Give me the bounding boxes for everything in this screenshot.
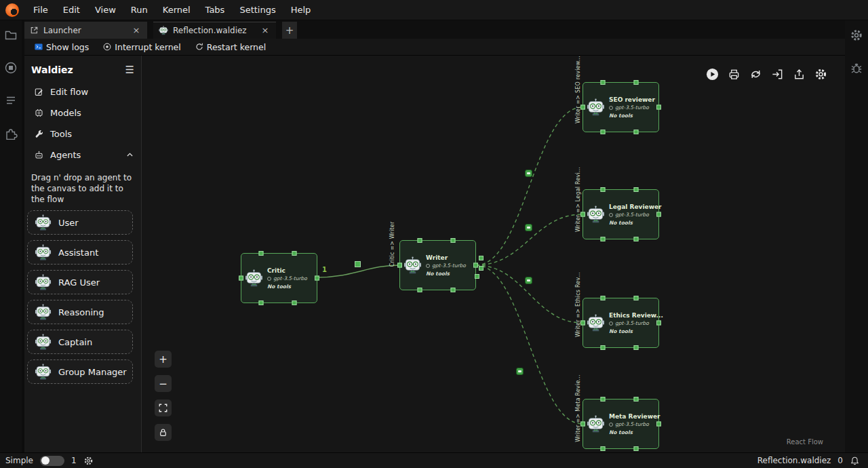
running-kernels-icon[interactable] — [4, 61, 18, 75]
connection-handle[interactable] — [417, 288, 422, 292]
edge-writer-legal[interactable] — [476, 214, 583, 265]
connection-handle[interactable] — [473, 263, 478, 268]
zoom-out-button[interactable]: − — [155, 375, 172, 392]
connection-handle[interactable] — [633, 80, 638, 85]
property-inspector-gear-icon[interactable] — [850, 28, 863, 42]
connection-handle[interactable] — [397, 263, 402, 268]
connection-handle[interactable] — [479, 266, 484, 271]
show-logs-button[interactable]: Show logs — [28, 39, 94, 55]
close-tab-icon[interactable]: × — [260, 25, 271, 36]
file-browser-icon[interactable] — [4, 28, 18, 42]
connection-handle[interactable] — [600, 446, 605, 451]
menu-kernel[interactable]: Kernel — [155, 0, 198, 20]
connection-handle[interactable] — [479, 256, 484, 260]
flow-canvas[interactable]: 1 Critic => Writer Writer => SEO review.… — [142, 56, 845, 452]
connection-handle[interactable] — [600, 130, 605, 134]
edge-writer-ethics[interactable] — [476, 265, 583, 323]
app-logo-icon[interactable] — [5, 3, 19, 17]
tab-reflection-waldiez[interactable]: Reflection.waldiez × — [153, 22, 276, 39]
close-tab-icon[interactable]: × — [131, 25, 142, 36]
connection-handle[interactable] — [450, 238, 455, 243]
edge-label-writer-legal[interactable]: Writer => Legal Revi... — [575, 167, 581, 232]
zoom-in-button[interactable]: + — [155, 351, 172, 368]
settings-gear-icon[interactable] — [814, 68, 827, 81]
statusbar-filename[interactable]: Reflection.waldiez — [757, 456, 831, 465]
agent-node-meta-reviewer[interactable]: Meta Reviewer gpt-3.5-turbo No tools — [583, 399, 659, 449]
nested-chat-icon[interactable] — [516, 368, 524, 375]
connection-handle[interactable] — [258, 300, 263, 305]
connection-handle[interactable] — [633, 397, 638, 402]
edge-label-critic-writer[interactable]: Critic => Writer — [389, 222, 395, 267]
connection-handle[interactable] — [580, 212, 585, 217]
menu-tabs[interactable]: Tabs — [198, 0, 233, 20]
nested-chat-icon[interactable] — [525, 170, 532, 177]
connection-handle[interactable] — [600, 80, 605, 85]
menu-edit[interactable]: Edit — [56, 0, 87, 20]
edge-label-writer-meta[interactable]: Writer => Meta Revie... — [575, 374, 581, 442]
edge-writer-meta[interactable] — [476, 265, 583, 424]
react-flow-attribution[interactable]: React Flow — [787, 438, 823, 446]
sidebar-item-tools[interactable]: Tools — [24, 123, 141, 144]
connection-handle[interactable] — [633, 446, 638, 451]
run-flow-icon[interactable] — [706, 68, 719, 81]
connection-handle[interactable] — [580, 422, 585, 427]
agent-template-user[interactable]: User — [27, 210, 133, 235]
new-tab-button[interactable]: + — [282, 22, 297, 39]
connection-handle[interactable] — [315, 276, 319, 281]
connection-handle[interactable] — [417, 238, 422, 243]
connection-handle[interactable] — [580, 105, 585, 110]
debugger-bug-icon[interactable] — [850, 61, 863, 75]
connection-handle[interactable] — [600, 187, 605, 192]
connection-handle[interactable] — [656, 105, 661, 110]
sidebar-item-agents[interactable]: Agents — [24, 144, 141, 165]
connection-handle[interactable] — [292, 251, 296, 256]
sidebar-item-models[interactable]: Models — [24, 102, 141, 123]
extensions-puzzle-icon[interactable] — [4, 126, 18, 140]
agent-template-group-manager[interactable]: Group Manager — [27, 359, 133, 384]
agent-node-ethics-reviewer[interactable]: Ethics Review... gpt-3.5-turbo No tools — [583, 298, 659, 348]
agent-node-seo-reviewer[interactable]: SEO reviewer gpt-3.5-turbo No tools — [583, 82, 659, 132]
connection-handle[interactable] — [600, 237, 605, 241]
notifications-bell-icon[interactable] — [850, 456, 860, 466]
connection-handle[interactable] — [633, 187, 638, 192]
print-icon[interactable] — [728, 68, 741, 81]
connection-handle[interactable] — [475, 274, 479, 279]
chevron-up-icon[interactable] — [125, 151, 134, 159]
interrupt-kernel-button[interactable]: Interrupt kernel — [97, 39, 186, 55]
agent-template-rag-user[interactable]: RAG User — [27, 270, 133, 294]
menu-run[interactable]: Run — [123, 0, 155, 20]
sync-convert-icon[interactable] — [749, 68, 762, 81]
connection-handle[interactable] — [656, 422, 661, 427]
mode-toggle[interactable] — [40, 456, 64, 466]
import-flow-icon[interactable] — [771, 68, 784, 81]
connection-handle[interactable] — [292, 300, 296, 305]
agent-node-legal-reviewer[interactable]: Legal Reviewer gpt-3.5-turbo No tools — [583, 189, 659, 239]
connection-handle[interactable] — [258, 251, 263, 256]
agent-template-reasoning[interactable]: Reasoning — [27, 300, 133, 324]
connection-handle[interactable] — [633, 130, 638, 134]
edge-label-writer-ethics[interactable]: Writer => Ethics Rev... — [575, 272, 581, 337]
table-of-contents-icon[interactable] — [4, 94, 18, 107]
menu-settings[interactable]: Settings — [232, 0, 283, 20]
agent-template-captain[interactable]: Captain — [27, 330, 133, 354]
connection-handle[interactable] — [633, 296, 638, 300]
connection-handle[interactable] — [450, 288, 455, 292]
connection-handle[interactable] — [656, 321, 661, 326]
agent-template-assistant[interactable]: Assistant — [27, 240, 133, 265]
edge-writer-seo[interactable] — [476, 107, 583, 265]
fit-view-button[interactable] — [155, 399, 172, 416]
agent-node-writer[interactable]: Writer gpt-3.5-turbo No tools — [399, 240, 476, 290]
nested-chat-icon[interactable] — [525, 224, 532, 231]
connection-handle[interactable] — [580, 321, 585, 326]
menu-help[interactable]: Help — [283, 0, 319, 20]
connection-handle[interactable] — [239, 276, 243, 281]
connection-handle[interactable] — [600, 397, 605, 402]
export-share-icon[interactable] — [793, 68, 806, 81]
connection-handle[interactable] — [656, 212, 661, 217]
nested-chat-icon[interactable] — [525, 277, 532, 284]
menu-view[interactable]: View — [87, 0, 123, 20]
connection-handle[interactable] — [600, 296, 605, 300]
sidebar-item-edit-flow[interactable]: Edit flow — [24, 81, 141, 102]
connection-handle[interactable] — [600, 345, 605, 350]
restart-kernel-button[interactable]: Restart kernel — [189, 39, 271, 55]
